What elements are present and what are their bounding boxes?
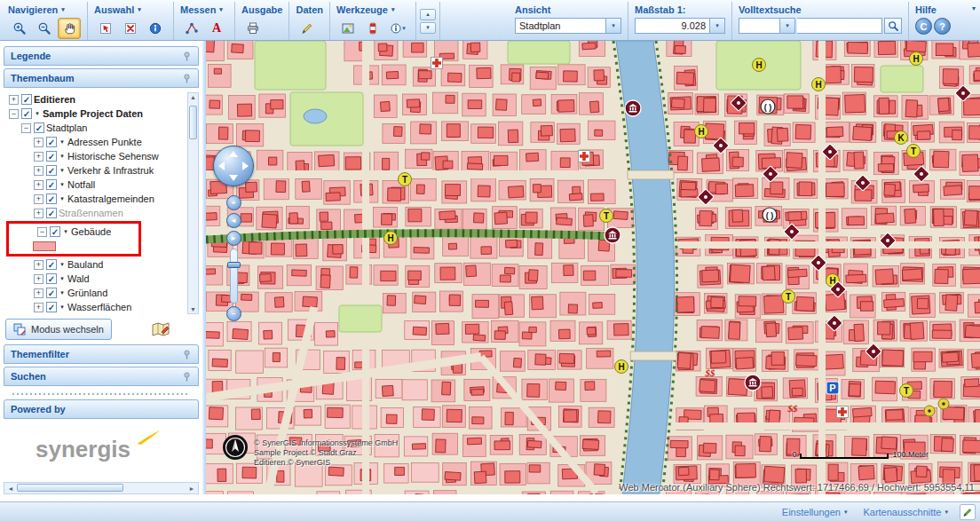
pan-up-icon[interactable]: [229, 151, 238, 157]
tree-item-editieren[interactable]: +✓Editieren: [5, 92, 186, 107]
scrollbar-thumb[interactable]: [189, 106, 197, 139]
layer-menu-arrow-icon[interactable]: ▾: [59, 289, 66, 296]
toolbar-collapse-down-button[interactable]: ▼: [420, 22, 436, 34]
layer-checkbox[interactable]: ✓: [46, 165, 57, 176]
layer-checkbox[interactable]: ✓: [46, 288, 57, 298]
help-button[interactable]: ?: [934, 18, 951, 35]
layer-menu-arrow-icon[interactable]: ▾: [34, 110, 41, 117]
layer-menu-arrow-icon[interactable]: ▾: [59, 261, 66, 268]
map-edit-button[interactable]: [147, 319, 174, 340]
modus-wechseln-button[interactable]: Modus wechseln: [5, 319, 112, 340]
sidebar-h-scrollbar[interactable]: ◄ ►: [4, 482, 199, 494]
tree-expander-icon[interactable]: +: [34, 274, 43, 284]
ansicht-select[interactable]: Stadtplan ▾: [515, 18, 621, 34]
tree-expander-icon[interactable]: −: [21, 123, 31, 133]
tree-expander-icon[interactable]: +: [34, 138, 43, 147]
map-marker-stop[interactable]: H: [910, 52, 923, 66]
pan-button[interactable]: [58, 18, 81, 39]
messen-menu[interactable]: Messen ▾: [180, 4, 228, 15]
panel-header-themenfilter[interactable]: Themenfilter: [4, 344, 199, 364]
layer-checkbox[interactable]: ✓: [46, 273, 57, 284]
chevron-down-icon[interactable]: ▾: [605, 19, 620, 33]
footer-edit-button[interactable]: [960, 504, 976, 520]
pan-control[interactable]: [213, 146, 254, 186]
map-marker-pharmacy[interactable]: $$: [787, 403, 799, 414]
ausgabe-menu[interactable]: Ausgabe: [241, 4, 282, 15]
layer-checkbox[interactable]: ✓: [46, 151, 57, 162]
map-marker-museum[interactable]: [625, 100, 641, 116]
tree-item-historische-sehensw[interactable]: +✓▾Historische Sehensw: [5, 149, 186, 163]
map-marker-stop[interactable]: H: [695, 125, 708, 138]
map-marker-stop[interactable]: H: [384, 232, 398, 245]
tree-expander-icon[interactable]: +: [9, 95, 19, 105]
print-button[interactable]: [241, 18, 265, 39]
kartenausschnitte-link[interactable]: Kartenausschnitte ▾: [863, 507, 948, 517]
tree-item-verkehr-infrastruk[interactable]: +✓▾Verkehr & Infrastruk: [5, 163, 186, 178]
layer-menu-arrow-icon[interactable]: ▾: [59, 167, 66, 174]
daten-menu[interactable]: Daten: [296, 4, 323, 15]
search-category-select[interactable]: ▾: [739, 18, 795, 34]
text-tool-button[interactable]: A: [205, 18, 228, 39]
layer-menu-arrow-icon[interactable]: ▾: [59, 275, 66, 282]
tree-expander-icon[interactable]: −: [37, 227, 47, 237]
pin-icon[interactable]: [182, 372, 192, 382]
scrollbar-thumb[interactable]: [17, 484, 123, 492]
auswahl-menu[interactable]: Auswahl ▾: [94, 4, 167, 15]
tree-expander-icon[interactable]: +: [34, 260, 43, 270]
zoom-slider[interactable]: [230, 249, 238, 304]
layer-menu-arrow-icon[interactable]: ▾: [59, 195, 66, 202]
zoom-in-map-button[interactable]: +: [226, 195, 241, 210]
map-marker-stop[interactable]: T: [907, 145, 921, 158]
refresh-button[interactable]: C: [915, 18, 932, 35]
tree-item-wasserfl-chen[interactable]: +✓▾Wasserflächen: [5, 300, 186, 314]
layer-checkbox[interactable]: ✓: [50, 226, 60, 237]
layer-checkbox[interactable]: ✓: [46, 137, 57, 147]
toolbar-collapse-up-button[interactable]: ▲: [420, 9, 436, 20]
chevron-down-icon[interactable]: ▾: [779, 19, 794, 33]
image-tool-button[interactable]: [336, 18, 360, 39]
layer-checkbox[interactable]: ✓: [21, 108, 32, 119]
map-marker-hospital[interactable]: [431, 58, 443, 69]
map-marker-stop[interactable]: T: [900, 384, 913, 398]
layer-checkbox[interactable]: ✓: [46, 179, 57, 190]
map-marker-hospital[interactable]: [837, 407, 849, 418]
panel-header-themenbaum[interactable]: Themenbaum: [4, 68, 199, 88]
map-marker-theater[interactable]: ( ): [761, 99, 775, 114]
map-marker-pharmacy[interactable]: $$: [705, 367, 716, 378]
layer-checkbox[interactable]: ✓: [21, 94, 32, 105]
rescue-tool-button[interactable]: [361, 18, 384, 39]
zoom-in-button[interactable]: [8, 18, 31, 39]
panel-header-legende[interactable]: Legende: [4, 46, 199, 66]
scroll-up-icon[interactable]: ▲: [190, 94, 196, 100]
layer-checkbox[interactable]: ✓: [46, 193, 57, 204]
map-marker-poi[interactable]: [924, 406, 935, 416]
tree-expander-icon[interactable]: +: [34, 194, 43, 204]
map-marker-museum[interactable]: [605, 227, 620, 243]
identify-button[interactable]: [144, 18, 167, 39]
tree-expander-icon[interactable]: +: [34, 180, 43, 190]
layer-menu-arrow-icon[interactable]: ▾: [62, 228, 69, 235]
zoom-out-button[interactable]: [33, 18, 56, 39]
tree-scrollbar[interactable]: ▲ ▼: [187, 92, 199, 314]
tree-expander-icon[interactable]: −: [9, 109, 19, 119]
tree-item-stra-ennamen[interactable]: +✓Straßennamen: [5, 206, 186, 220]
pan-right-icon[interactable]: [242, 162, 249, 170]
tree-expander-icon[interactable]: +: [34, 209, 43, 218]
scroll-down-icon[interactable]: ▼: [190, 306, 196, 312]
layer-checkbox[interactable]: ✓: [46, 208, 57, 218]
layer-menu-arrow-icon[interactable]: ▾: [59, 153, 66, 160]
navigieren-menu[interactable]: Navigieren ▾: [8, 4, 81, 15]
pin-icon[interactable]: [182, 51, 192, 61]
tree-item-geb-ude[interactable]: −✓▾Gebäude: [9, 225, 138, 239]
tree-expander-icon[interactable]: +: [34, 166, 43, 176]
search-button[interactable]: [884, 18, 902, 34]
tree-item-notfall[interactable]: +✓▾Notfall: [5, 178, 186, 192]
map-canvas[interactable]: HHHHKTTHTHTHT( )( )P$$$$: [206, 41, 980, 494]
tree-item-wald[interactable]: +✓▾Wald: [5, 272, 186, 286]
edit-data-button[interactable]: [296, 18, 319, 39]
clear-selection-button[interactable]: [119, 18, 142, 39]
map-marker-museum[interactable]: [745, 375, 761, 391]
tree-item-stadtplan[interactable]: −✓Stadtplan: [5, 121, 186, 135]
tree-item-gr-nland[interactable]: +✓▾Grünland: [5, 286, 186, 300]
layer-checkbox[interactable]: ✓: [34, 122, 44, 133]
